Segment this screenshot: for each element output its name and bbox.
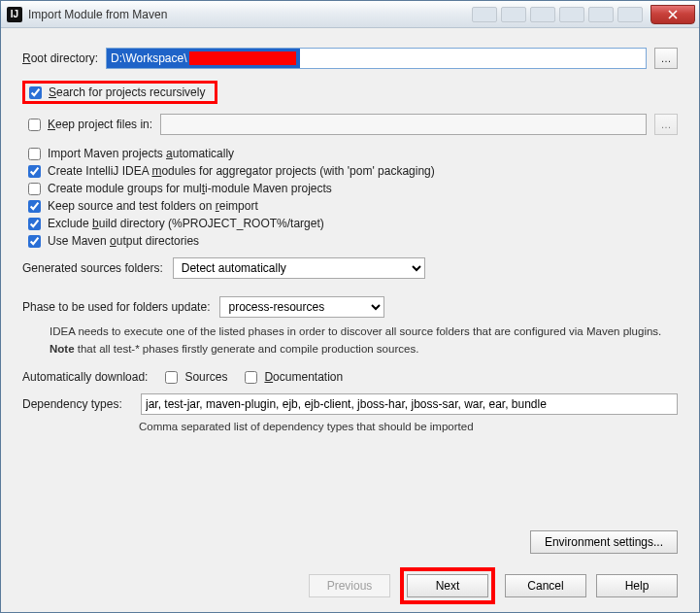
ellipsis-icon: … <box>661 52 672 64</box>
keep-project-files-input <box>160 114 647 135</box>
root-directory-input[interactable]: D:\Workspace\ <box>106 48 647 69</box>
background-window-stubs <box>472 7 643 22</box>
redacted-path-segment <box>189 51 296 65</box>
dependency-types-label: Dependency types: <box>22 397 131 411</box>
phase-note-1: IDEA needs to execute one of the listed … <box>50 324 678 339</box>
dialog-window: IJ Import Module from Maven Root directo… <box>0 0 700 613</box>
generated-sources-row: Generated sources folders: Detect automa… <box>22 257 678 279</box>
exclude-build-dir-label: Exclude build directory (%PROJECT_ROOT%/… <box>48 217 324 230</box>
keep-project-files-checkbox[interactable] <box>28 119 41 131</box>
auto-download-row: Automatically download: Sources Document… <box>22 370 678 384</box>
phase-note-2: Note that all test-* phases firstly gene… <box>50 341 678 357</box>
phase-label: Phase to be used for folders update: <box>22 300 210 314</box>
help-button[interactable]: Help <box>596 574 678 597</box>
maven-options: Import Maven projects automatically Crea… <box>28 147 678 248</box>
dialog-body: Root directory: D:\Workspace\ … Search f… <box>1 28 699 446</box>
keep-files-row: Keep project files in: … <box>28 114 678 135</box>
generated-sources-select[interactable]: Detect automatically <box>173 257 425 279</box>
download-docs-checkbox[interactable] <box>245 371 257 384</box>
create-aggregator-modules-label: Create IntelliJ IDEA modules for aggrega… <box>48 164 435 178</box>
exclude-build-dir-checkbox[interactable] <box>28 218 41 230</box>
dependency-types-row: Dependency types: <box>22 393 678 415</box>
close-button[interactable] <box>650 5 695 24</box>
dependency-types-note: Comma separated list of dependency types… <box>139 421 678 432</box>
phase-select[interactable]: process-resources <box>219 296 384 318</box>
next-button[interactable]: Next <box>407 574 488 597</box>
search-recursively-checkbox[interactable] <box>29 86 42 99</box>
app-icon: IJ <box>7 7 22 22</box>
button-bar: Environment settings... Previous Next Ca… <box>1 530 699 612</box>
close-icon <box>668 10 678 19</box>
keep-project-files-label: Keep project files in: <box>48 118 152 131</box>
keep-source-folders-checkbox[interactable] <box>28 200 41 213</box>
download-docs-label: Documentation <box>264 370 343 384</box>
ellipsis-icon: … <box>661 119 672 130</box>
create-module-groups-label: Create module groups for multi-module Ma… <box>48 182 332 195</box>
download-sources-checkbox[interactable] <box>165 371 178 384</box>
browse-root-directory-button[interactable]: … <box>654 48 678 69</box>
cancel-button[interactable]: Cancel <box>505 574 586 597</box>
use-maven-output-checkbox[interactable] <box>28 235 41 248</box>
highlight-next-button: Next <box>400 567 495 604</box>
generated-sources-label: Generated sources folders: <box>22 261 163 275</box>
import-automatically-checkbox[interactable] <box>28 148 41 160</box>
create-module-groups-checkbox[interactable] <box>28 183 41 195</box>
environment-settings-button[interactable]: Environment settings... <box>530 530 678 554</box>
root-directory-value-selected: D:\Workspace\ <box>107 49 299 68</box>
use-maven-output-label: Use Maven output directories <box>48 234 199 248</box>
highlight-search-recursively: Search for projects recursively <box>22 81 217 104</box>
phase-row: Phase to be used for folders update: pro… <box>22 296 678 318</box>
create-aggregator-modules-checkbox[interactable] <box>28 165 41 178</box>
titlebar[interactable]: IJ Import Module from Maven <box>1 1 699 28</box>
browse-keep-files-button: … <box>654 114 678 135</box>
previous-button: Previous <box>309 574 390 597</box>
import-automatically-label: Import Maven projects automatically <box>48 147 234 160</box>
keep-source-folders-label: Keep source and test folders on reimport <box>48 199 258 213</box>
download-sources-label: Sources <box>184 370 227 384</box>
dependency-types-input[interactable] <box>141 393 678 415</box>
window-title: Import Module from Maven <box>28 8 472 21</box>
search-recursively-label: Search for projects recursively <box>49 85 205 99</box>
root-directory-row: Root directory: D:\Workspace\ … <box>22 48 678 69</box>
auto-download-label: Automatically download: <box>22 370 148 384</box>
root-directory-label: Root directory: <box>22 51 98 65</box>
